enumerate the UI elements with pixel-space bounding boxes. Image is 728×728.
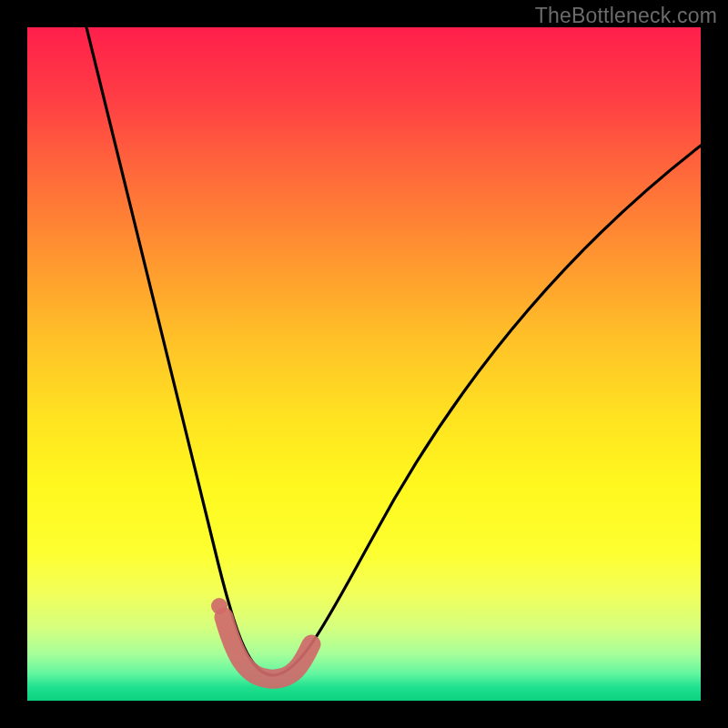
plot-area xyxy=(27,27,701,701)
curve-layer xyxy=(27,27,701,701)
highlight-dot xyxy=(211,598,228,614)
watermark-text: TheBottleneck.com xyxy=(535,4,717,28)
bottleneck-curve xyxy=(86,27,701,675)
